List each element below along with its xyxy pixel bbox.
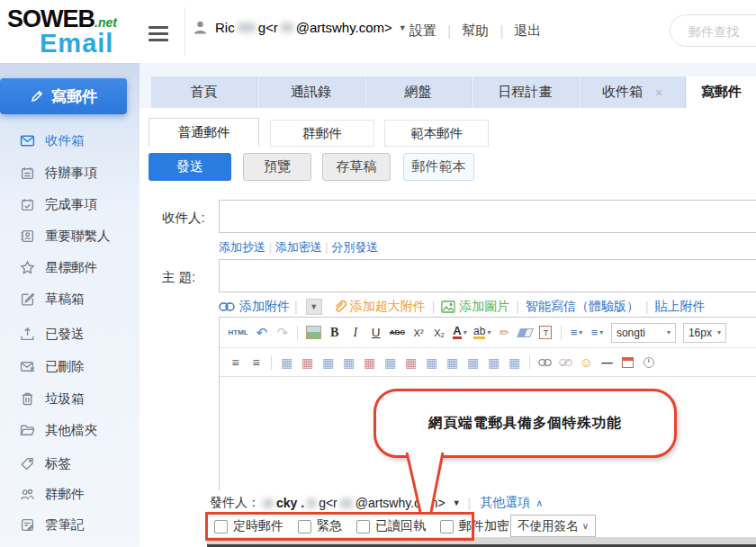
add-bcc-link[interactable]: 添加密送 [275,240,322,254]
sidebar-item-inbox[interactable]: 收件箱 [0,128,140,153]
help-link[interactable]: 幫助 [462,22,489,40]
emoji-icon[interactable]: ☺ [580,353,594,372]
smart-compose-link[interactable]: 智能寫信（體驗版） [526,299,639,315]
split-cell-col-icon[interactable]: ▦ [508,353,522,372]
sidebar-item-drafts[interactable]: 草稿箱 [0,286,140,311]
table-properties-icon[interactable]: ▦ [321,353,336,372]
strikethrough-icon[interactable]: ABC [390,323,405,342]
top-bar: SOWEB.net Email Ricg<r@artswhy.com> ▼ 設置… [0,0,756,63]
tab-inbox[interactable]: 收件箱× [580,76,686,108]
tab-schedule[interactable]: 日程計畫 [472,76,579,108]
split-cell-row-icon[interactable]: ▦ [487,353,501,372]
calendar-icon[interactable] [621,353,635,372]
eraser-icon[interactable] [518,323,532,342]
redo-icon[interactable]: ↷ [275,323,290,342]
insert-table-icon[interactable]: ▦ [280,353,294,372]
note-icon [20,517,35,533]
compose-button-label: 寫郵件 [51,86,97,107]
sidebar-item-tags[interactable]: 标签 [0,451,140,476]
send-button[interactable]: 發送 [148,153,231,181]
signature-select[interactable]: 不使用簽名 ∨ [510,515,596,537]
save-draft-button[interactable]: 存草稿 [322,153,391,181]
logout-link[interactable]: 退出 [514,22,541,40]
account-dropdown[interactable]: Ricg<r@artswhy.com> ▼ [193,20,407,35]
mail-template-button[interactable]: 郵件範本 [403,153,474,181]
delete-row-icon[interactable]: ▦ [363,353,377,372]
ordered-list-icon[interactable]: ≡▾ [569,323,583,342]
horizontal-rule-icon[interactable]: — [600,353,615,372]
bold-icon[interactable]: B [328,323,342,342]
send-separately-link[interactable]: 分別發送 [331,240,378,254]
encrypt-mail-checkbox[interactable] [440,520,454,534]
sidebar-item-other-folders[interactable]: 其他檔夾 [0,417,140,443]
attachment-dropdown-caret[interactable]: ▼ [306,299,322,315]
bullet-list-icon[interactable]: ≡▾ [590,323,604,342]
remove-link-icon[interactable] [559,353,573,372]
superscript-icon[interactable]: X² [411,323,426,342]
underline-icon[interactable]: U [369,323,383,342]
other-options-link[interactable]: 其他選項 [480,495,530,511]
insert-link-icon[interactable] [538,353,553,372]
sidebar-item-starred[interactable]: 星標郵件 [0,255,140,280]
tab-home[interactable]: 首頁 [151,76,257,108]
merge-right-icon[interactable]: ▦ [446,353,460,372]
scheduled-mail-checkbox[interactable] [214,520,228,534]
undo-icon[interactable]: ↶ [255,323,269,342]
tab-netdisk[interactable]: 網盤 [365,76,472,108]
tab-compose[interactable]: 寫郵件 [687,76,756,108]
subscript-icon[interactable]: X₂ [432,323,446,342]
add-image-link[interactable]: 添加圖片 [459,299,509,315]
hamburger-menu-icon[interactable] [148,22,168,45]
justify-icon[interactable]: ≡ [249,353,264,372]
clock-icon[interactable] [642,353,656,372]
tab-close-icon[interactable]: × [655,85,662,100]
insert-row-above-icon[interactable]: ▦ [342,353,356,372]
add-attachment-link[interactable]: 添加附件 [239,299,290,315]
font-color-icon[interactable]: A▾ [453,323,467,342]
sidebar-item-group-mail[interactable]: 群郵件 [0,481,140,507]
sidebar-item-trash[interactable]: 垃圾箱 [0,386,140,411]
font-family-select[interactable]: songti▾ [611,323,676,343]
mail-search-input[interactable]: 郵件查找 [670,14,756,47]
subject-input[interactable] [219,259,756,292]
delete-table-icon[interactable]: ▦ [301,353,315,372]
settings-link[interactable]: 設置 [410,22,436,40]
tab-contacts[interactable]: 通訊錄 [258,76,364,108]
sidebar-item-done[interactable]: 完成事項 [0,192,140,217]
sidebar-item-label: 已刪除 [45,358,85,375]
subtab-template-mail[interactable]: 範本郵件 [384,120,489,147]
sidebar-item-cloud-notes[interactable]: 雲筆記 [0,512,140,537]
insert-column-icon[interactable]: ▦ [383,353,398,372]
merge-down-icon[interactable]: ▦ [466,353,481,372]
subtab-normal-mail[interactable]: 普通郵件 [148,118,259,147]
insert-image-icon[interactable] [306,323,321,342]
collapse-icon[interactable]: ∧ [536,498,543,509]
delete-column-icon[interactable]: ▦ [404,353,418,372]
from-caret-icon[interactable]: ▼ [453,498,461,507]
format-painter-icon[interactable]: ✏ [497,323,511,342]
urgent-checkbox[interactable] [298,520,311,534]
sidebar-item-contacts[interactable]: 重要聯繫人 [0,223,140,248]
logo-word2: Email [40,29,113,58]
italic-icon[interactable]: I [348,323,363,342]
add-cc-link[interactable]: 添加抄送 [219,240,266,254]
to-input[interactable] [219,200,756,233]
add-large-attachment-link[interactable]: 添加超大附件 [350,299,426,315]
font-size-select[interactable]: 16px▾ [683,323,726,343]
preview-button[interactable]: 預覽 [243,153,311,181]
compose-button[interactable]: 寫郵件 [0,78,127,114]
merge-cells-icon[interactable]: ▦ [425,353,439,372]
sidebar-item-deleted[interactable]: 已刪除 [0,354,140,379]
sidebar-item-sent[interactable]: 已發送 [0,321,140,346]
read-receipt-checkbox[interactable] [356,520,370,534]
html-source-icon[interactable]: HTML [229,323,248,342]
checkbox-label: 緊急 [317,518,342,534]
paste-text-icon[interactable]: T [538,323,553,342]
indent-icon[interactable]: ≡ [229,353,243,372]
horizontal-scrollbar[interactable] [207,537,756,547]
paste-attachment-link[interactable]: 貼上附件 [655,299,706,315]
sidebar-item-todo[interactable]: 待辦事項 [0,160,140,185]
subtab-group-mail[interactable]: 群郵件 [270,120,374,147]
link-divider: | [294,300,298,314]
highlight-color-icon[interactable]: ab▾ [473,323,490,342]
